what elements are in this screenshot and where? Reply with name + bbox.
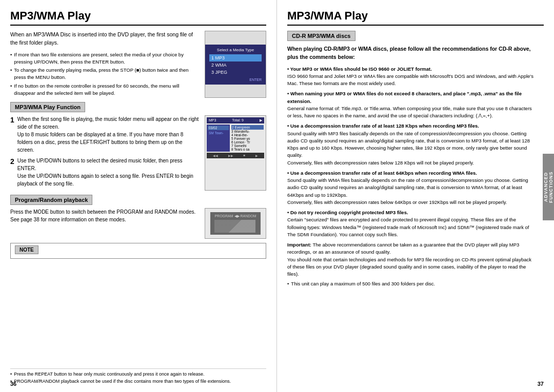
program-random-graphic <box>214 220 255 233</box>
bullet-mp3-kbps: • Use a decompression transfer rate of a… <box>287 122 533 167</box>
folder-controls: ◀◀▶▶■▶ <box>207 153 264 158</box>
cd-r-header: CD-R MP3/WMA discs <box>287 31 355 41</box>
program-header: Program/Random playback <box>10 195 92 205</box>
program-random-display: PROGRAM ◀▶ RANDOM <box>210 212 260 235</box>
bullet-important: Important: The above recommendations can… <box>287 241 533 278</box>
advanced-text: ADVANCED <box>543 172 548 202</box>
footer-note-1: Press the REPEAT button to hear only mus… <box>10 371 266 378</box>
bullet-iso: • Your MP3 or WMA files should be ISO 96… <box>287 66 533 88</box>
footer-note-2: PROGRAM/RANDOM playback cannot be used i… <box>10 378 266 385</box>
media-type-screenshot: Select a Media Type 1 MP3 2 WMA 3 JPEG E… <box>205 31 266 98</box>
media-type-screen: Select a Media Type 1 MP3 2 WMA 3 JPEG E… <box>205 45 266 85</box>
left-panel: 03/02 SM Town- <box>207 125 230 152</box>
folder-top-bar: MP3 Total: 9 ▶ <box>207 117 264 123</box>
bullet-item: To change the currently playing media, p… <box>10 67 200 81</box>
left-page-number: 36 <box>10 381 16 387</box>
step1-text: When the first song file is playing, the… <box>17 115 200 154</box>
note-box: NOTE <box>10 243 266 259</box>
advanced-functions-sidebar: ADVANCED FUNCTIONS <box>543 154 554 220</box>
bullet-item: If no button on the remote controller is… <box>10 82 200 97</box>
final-note: This unit can play a maximum of 500 file… <box>287 281 533 286</box>
program-text: Press the MODE button to switch between … <box>10 208 200 239</box>
intro-text: When an MP3/WMA Disc is inserted into th… <box>10 31 200 47</box>
function-header: MP3/WMA Play Function <box>10 102 85 112</box>
program-section: Program/Random playback Press the MODE b… <box>10 195 266 239</box>
cd-r-intro: When playing CD-R/MP3 or WMA discs, plea… <box>287 45 533 61</box>
footer-notes: Press the REPEAT button to hear only mus… <box>10 368 266 385</box>
right-page: MP3/WMA Play CD-R MP3/WMA discs When pla… <box>277 0 554 392</box>
bullet-copyright: • Do not try recording copyright protect… <box>287 209 533 238</box>
enter-indicator: ENTER <box>209 78 262 81</box>
bullet-wma-kbps: • Use a decompression transfer rate of a… <box>287 170 533 206</box>
left-page: MP3/WMA Play When an MP3/WMA Disc is ins… <box>0 0 277 392</box>
functions-text: FUNCTIONS <box>548 171 553 203</box>
menu-item-mp3: 1 MP3 <box>209 54 262 61</box>
step1: 1 When the first song file is playing, t… <box>10 115 200 154</box>
step2-num: 2 <box>10 157 14 188</box>
folder-list: 03/02 SM Town- 2 Evergreen 3 Wonderfu- 4… <box>207 125 264 152</box>
media-type-title: Select a Media Type <box>209 48 262 52</box>
left-page-title: MP3/WMA Play <box>10 9 266 26</box>
function-section: MP3/WMA Play Function 1 When the first s… <box>10 102 266 191</box>
step2: 2 Use the UP/DOWN buttons to select the … <box>10 157 200 188</box>
bullet-naming: • When naming your MP3 or WMA files do n… <box>287 90 533 119</box>
right-page-number: 37 <box>538 381 544 387</box>
bullet-item: If more than two file extensions are pre… <box>10 51 200 66</box>
program-random-screenshot: PROGRAM ◀▶ RANDOM <box>205 208 266 239</box>
menu-item-wma: 2 WMA <box>209 61 262 69</box>
step1-num: 1 <box>10 115 14 154</box>
intro-bullets: If more than two file extensions are pre… <box>10 51 200 97</box>
step2-text: Use the UP/DOWN buttons to select the de… <box>17 157 200 188</box>
mp3-folder-screenshot: MP3 Total: 9 ▶ 03/02 SM Town- 2 Evergree… <box>205 115 266 191</box>
right-page-title: MP3/WMA Play <box>287 9 544 26</box>
note-header: NOTE <box>15 245 38 254</box>
menu-item-jpeg: 3 JPEG <box>209 69 262 76</box>
right-main: CD-R MP3/WMA discs When playing CD-R/MP3… <box>287 31 544 286</box>
right-panel: 2 Evergreen 3 Wonderfu- 4 Heal-the- 5 Fo… <box>231 125 264 152</box>
